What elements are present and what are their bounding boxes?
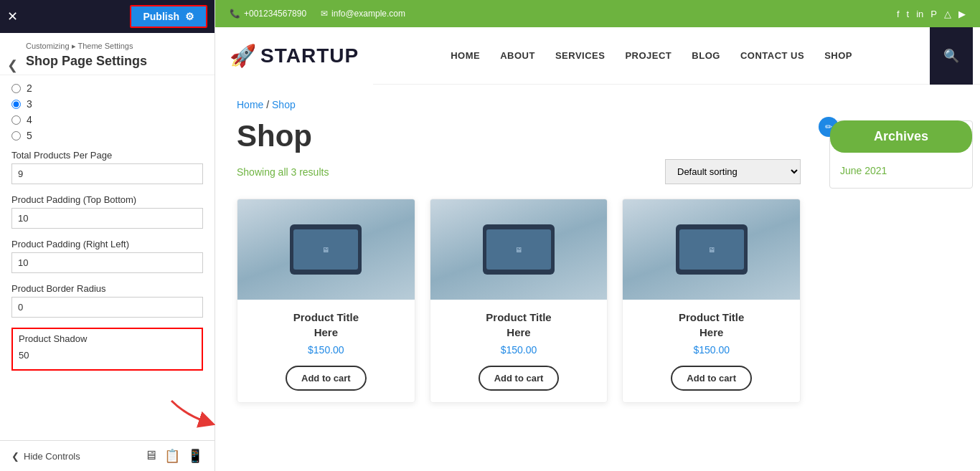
site-logo: 🚀 STARTUP [215, 27, 373, 85]
breadcrumb-home[interactable]: Home [237, 99, 263, 110]
device-icons: 🖥 📋 📱 [144, 448, 203, 464]
padding-top-bottom-group: Product Padding (Top Bottom) [11, 194, 203, 229]
nav-shop[interactable]: SHOP [814, 27, 862, 85]
hide-controls-toggle[interactable]: ❮ Hide Controls [11, 451, 80, 462]
archives-widget: ✏ Archives June 2021 [829, 120, 973, 189]
breadcrumb: Customizing ▸ Theme Settings [26, 42, 203, 51]
product-card-3: 🖥 Product TitleHere $150.00 Add to cart [622, 199, 801, 403]
product-price-2: $150.00 [430, 344, 608, 356]
radio-item-3[interactable]: 3 [11, 98, 203, 110]
product-price-3: $150.00 [623, 344, 800, 356]
nav-home[interactable]: HOME [440, 27, 490, 85]
hide-controls-label: Hide Controls [24, 451, 80, 462]
product-shadow-group: Product Shadow [11, 328, 203, 371]
product-shadow-label: Product Shadow [19, 333, 196, 344]
archive-link-june2021[interactable]: June 2021 [840, 165, 962, 176]
archives-title: Archives [874, 129, 928, 143]
product-shadow-input[interactable] [19, 347, 196, 363]
product-price-1: $150.00 [237, 344, 415, 356]
close-button[interactable]: ✕ [7, 9, 18, 24]
sort-select[interactable]: Default sorting Sort by price: low to hi… [665, 159, 801, 184]
shop-meta: Showing all 3 results Default sorting So… [237, 159, 801, 184]
tablet-icon[interactable]: 📋 [164, 448, 180, 464]
total-products-group: Total Products Per Page [11, 150, 203, 184]
customizer-panel: ✕ Publish ⚙ ❮ Customizing ▸ Theme Settin… [0, 0, 215, 471]
radio-item-2[interactable]: 2 [11, 82, 203, 94]
site-preview: 📞 +001234567890 ✉ info@example.com f t i… [215, 0, 980, 471]
radio-4[interactable] [11, 115, 21, 125]
phone-item: 📞 +001234567890 [230, 9, 306, 19]
search-icon: 🔍 [943, 48, 959, 64]
radio-label-2: 2 [27, 82, 32, 94]
publish-button[interactable]: Publish ⚙ [130, 5, 207, 28]
add-to-cart-1[interactable]: Add to cart [286, 366, 367, 391]
radio-label-3: 3 [27, 98, 32, 110]
phone-icon: 📞 [230, 9, 240, 19]
nav-project[interactable]: PROJECT [615, 27, 682, 85]
border-radius-label: Product Border Radius [11, 283, 203, 294]
pinterest-icon[interactable]: P [930, 9, 937, 19]
nav-contact[interactable]: CONTACT US [730, 27, 814, 85]
logo-text: STARTUP [260, 44, 359, 67]
padding-right-left-group: Product Padding (Right Left) [11, 239, 203, 273]
shop-title: Shop [237, 119, 801, 153]
product-card-1: 🖥 Product TitleHere $150.00 Add to cart [237, 199, 415, 403]
nav-about[interactable]: ABOUT [490, 27, 545, 85]
breadcrumb-shop[interactable]: Shop [272, 99, 296, 110]
nav-services[interactable]: SERVICES [545, 27, 616, 85]
site-topbar-left: 📞 +001234567890 ✉ info@example.com [230, 9, 405, 19]
nav-blog[interactable]: BLOG [682, 27, 730, 85]
youtube-icon[interactable]: ▶ [958, 9, 966, 19]
social-icons: f t in P △ ▶ [897, 9, 966, 19]
product-card-2: 🖥 Product TitleHere $150.00 Add to cart [430, 199, 608, 403]
radio-item-5[interactable]: 5 [11, 130, 203, 141]
facebook-icon[interactable]: f [897, 9, 900, 19]
product-image-2: 🖥 [430, 199, 608, 300]
product-title-3: Product TitleHere [623, 300, 800, 344]
panel-title: Shop Page Settings [26, 54, 203, 69]
gear-icon: ⚙ [185, 11, 194, 22]
panel-bottom: ❮ Hide Controls 🖥 📋 📱 [0, 440, 215, 471]
border-radius-group: Product Border Radius [11, 283, 203, 318]
product-title-2: Product TitleHere [430, 300, 608, 344]
chevron-left-icon: ❮ [11, 451, 19, 462]
radio-2[interactable] [11, 84, 21, 93]
breadcrumb-separator: / [266, 99, 272, 110]
product-title-1: Product TitleHere [237, 300, 415, 344]
add-to-cart-2[interactable]: Add to cart [479, 366, 560, 391]
border-radius-input[interactable] [11, 297, 203, 318]
showing-text: Showing all 3 results [237, 166, 329, 178]
total-products-input[interactable] [11, 163, 203, 184]
products-grid: 🖥 Product TitleHere $150.00 Add to cart … [237, 199, 801, 403]
instagram-icon[interactable]: △ [944, 9, 951, 19]
phone-number: +001234567890 [244, 9, 306, 19]
padding-top-bottom-input[interactable] [11, 208, 203, 229]
search-box[interactable]: 🔍 [930, 27, 973, 85]
archives-header: Archives [830, 120, 972, 153]
mobile-icon[interactable]: 📱 [187, 448, 203, 464]
padding-top-bottom-label: Product Padding (Top Bottom) [11, 194, 203, 205]
product-image-1: 🖥 [237, 199, 415, 300]
product-image-3: 🖥 [623, 199, 800, 300]
desktop-icon[interactable]: 🖥 [144, 448, 157, 464]
radio-3[interactable] [11, 100, 21, 109]
site-main: Home / Shop Shop Showing all 3 results D… [215, 85, 980, 471]
back-button[interactable]: ❮ [0, 52, 25, 79]
radio-5[interactable] [11, 131, 21, 141]
panel-header: ❮ Customizing ▸ Theme Settings Shop Page… [0, 33, 215, 75]
logo-rocket-icon: 🚀 [230, 43, 256, 68]
radio-item-4[interactable]: 4 [11, 114, 203, 125]
site-navbar: 🚀 STARTUP HOME ABOUT SERVICES PROJECT BL… [215, 27, 980, 85]
customizer-topbar: ✕ Publish ⚙ [0, 0, 215, 33]
radio-label-5: 5 [27, 130, 32, 141]
linkedin-icon[interactable]: in [916, 9, 923, 19]
site-sidebar: ✏ Archives June 2021 [822, 85, 980, 471]
radio-label-4: 4 [27, 114, 32, 125]
site-nav: HOME ABOUT SERVICES PROJECT BLOG CONTACT… [440, 27, 862, 85]
twitter-icon[interactable]: t [907, 9, 910, 19]
shop-content: Home / Shop Shop Showing all 3 results D… [215, 85, 822, 471]
padding-right-left-input[interactable] [11, 252, 203, 273]
padding-right-left-label: Product Padding (Right Left) [11, 239, 203, 249]
add-to-cart-3[interactable]: Add to cart [671, 366, 752, 391]
archives-body: June 2021 [830, 153, 972, 188]
